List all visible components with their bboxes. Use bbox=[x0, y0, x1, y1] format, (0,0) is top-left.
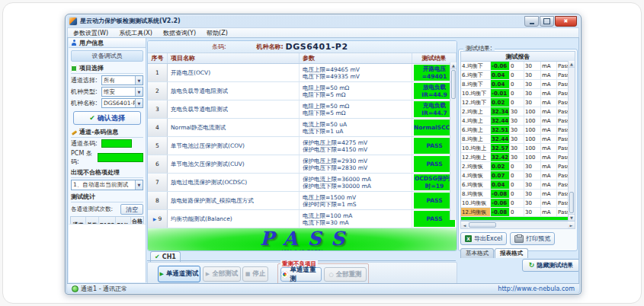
test-item-result: 开路电压=49401 bbox=[414, 65, 455, 81]
test-item-result: OCDSG保护延时=19 bbox=[414, 174, 455, 190]
export-excel-button[interactable]: X 导出Excel bbox=[460, 232, 507, 245]
user-info-header[interactable]: 用户信息 bbox=[69, 38, 146, 48]
report-row[interactable]: 6.均衡下0.04030mAPass bbox=[461, 71, 569, 80]
report-vscrollbar[interactable]: ▲ ▼ bbox=[568, 61, 575, 221]
maximize-button[interactable] bbox=[540, 16, 554, 27]
test-row[interactable]: 3充电负载导通电阻测试电阻上限=50 mΩ电阻下限=5 mΩ充电负载IR=44.… bbox=[148, 100, 457, 119]
scroll-down-icon[interactable]: ▼ bbox=[569, 214, 575, 221]
model-name-value: DGS6401-P2 bbox=[286, 42, 348, 52]
test-row[interactable]: 6单节电池欠压保护测试(CUV)保护电压上限=2930 mV保护电压下限=283… bbox=[148, 155, 457, 174]
report-min: 0 bbox=[510, 208, 524, 216]
report-max: 100 bbox=[524, 135, 541, 143]
report-result: Pass bbox=[557, 80, 569, 88]
param-line: 保护电压下限=2830 mV bbox=[303, 164, 412, 171]
report-item-name: 10.均衡下 bbox=[461, 89, 491, 97]
all-retest-button[interactable]: ○ 全部重测 bbox=[324, 267, 367, 282]
clear-button[interactable]: 清空 bbox=[120, 204, 143, 215]
test-row[interactable]: 4Normal静态电流测试电流上限=50 uA电流下限=1 uANormalSC… bbox=[148, 119, 457, 137]
scroll-up-icon[interactable]: ▲ bbox=[450, 62, 457, 69]
action-bar: ▶ 单通道测试 ▶ 全部测试 ■ 停止 重测不良项目 单通道重测 bbox=[147, 262, 457, 284]
param-line: 电流上限=50 uA bbox=[303, 121, 412, 128]
single-channel-retest-button[interactable]: 单通道重测 bbox=[280, 267, 322, 282]
report-row[interactable]: 4.均衡上32.4430100mAPass bbox=[461, 116, 569, 126]
report-measured-value: 0.04 bbox=[491, 80, 510, 88]
confirm-select-button[interactable]: ✔ 确认选择 bbox=[73, 111, 141, 125]
report-row[interactable]: 10.均衡上32.5730100mAPass bbox=[461, 144, 569, 153]
chevron-down-icon: ▼ bbox=[135, 99, 143, 107]
scroll-thumb[interactable] bbox=[451, 70, 456, 99]
report-unit: mA bbox=[541, 98, 557, 107]
all-test-button[interactable]: ▶ 全部测试 bbox=[203, 266, 241, 282]
pencil-icon bbox=[71, 129, 77, 135]
report-row[interactable]: 8.均衡下0.04030mAPass bbox=[461, 80, 569, 89]
channel-barcode-input[interactable] bbox=[101, 139, 132, 148]
report-unit: mA bbox=[541, 162, 557, 171]
report-row[interactable]: 6.均衡恢0.04030mAPass bbox=[461, 180, 569, 190]
report-measured-value: -0.08 bbox=[491, 208, 510, 216]
report-row[interactable]: 10.均衡下-0.01030mAPass bbox=[461, 89, 569, 98]
retest-group: 重测不良项目 单通道重测 ○ 全部重测 bbox=[277, 263, 369, 284]
report-row[interactable]: 10.均衡恢-0.06030mAPass bbox=[461, 199, 569, 208]
test-list-group: 项目列表--通道1 条码: 机种名称: DGS6401-P2 序号项目名称参数测… bbox=[147, 40, 457, 251]
report-row[interactable]: 8.均衡上32.4430100mAPass bbox=[461, 135, 569, 144]
window-controls: ✖ bbox=[524, 16, 577, 27]
report-hscrollbar[interactable]: ◄ ► bbox=[460, 222, 575, 229]
status-url[interactable]: http://www.e-nebula.com bbox=[498, 285, 575, 292]
hide-results-button[interactable]: ↻ 隐藏测试结果 bbox=[522, 259, 579, 272]
test-table-scrollbar[interactable]: ▲ bbox=[450, 62, 457, 220]
report-measured-value: 0.04 bbox=[491, 180, 510, 189]
tab-format-0[interactable]: 基本格式 bbox=[460, 248, 494, 258]
scroll-up-icon[interactable]: ▲ bbox=[569, 61, 575, 68]
field-select[interactable]: 所有▼ bbox=[101, 75, 143, 85]
hscroll-track[interactable] bbox=[468, 222, 568, 228]
report-row[interactable]: 4.均衡下-0.06030mAPass bbox=[461, 62, 569, 71]
report-row[interactable]: 2.均衡上32.3430100mAPass bbox=[461, 107, 569, 116]
test-row[interactable]: 5单节电池过压保护测试(COV)保护电压上限=4275 mV保护电压下限=415… bbox=[148, 137, 457, 155]
pass-banner-text: PASS bbox=[250, 230, 354, 248]
field-select[interactable]: 维安▼ bbox=[101, 87, 143, 97]
report-row[interactable]: 6.均衡上32.5130100mAPass bbox=[461, 126, 569, 135]
report-row[interactable]: 12.均衡上32.4230100mAPass bbox=[461, 153, 569, 162]
report-max: 100 bbox=[524, 116, 541, 125]
report-row[interactable]: 12.均衡恢-0.08030mAPass bbox=[461, 208, 569, 217]
report-item-name: 6.均衡恢 bbox=[461, 180, 491, 189]
report-unit: mA bbox=[541, 153, 557, 161]
single-channel-test-button[interactable]: ▶ 单通道测试 bbox=[158, 266, 200, 282]
scroll-thumb[interactable] bbox=[569, 192, 574, 213]
project-icon bbox=[71, 65, 77, 72]
pcm-barcode-label: PCM 条码: bbox=[71, 149, 96, 166]
report-row[interactable]: 12.均衡下0.02030mAPass bbox=[461, 98, 569, 107]
report-row[interactable]: 4.均衡恢0.07030mAPass bbox=[461, 171, 569, 180]
tab-format-1[interactable]: 报表格式 bbox=[495, 248, 528, 258]
channel-barcode-label: 通道条码: bbox=[71, 139, 100, 148]
report-row[interactable]: 2.均衡恢0.02030mAPass bbox=[461, 162, 569, 171]
report-result: Pass bbox=[557, 162, 569, 171]
scroll-thumb[interactable] bbox=[469, 222, 496, 228]
maximize-icon bbox=[543, 18, 550, 24]
report-result: Pass bbox=[557, 62, 569, 70]
test-row[interactable]: 2放电负载导通电阻测试电阻上限=50 mΩ电阻下限=5 mΩ放电负载IR=44.… bbox=[148, 82, 457, 100]
report-min: 0 bbox=[510, 89, 524, 97]
report-row[interactable]: 8.均衡恢-0.08030mAPass bbox=[461, 190, 569, 199]
test-row[interactable]: ▶9均衡功能测试(Balance)电流上限=100 mA电流下限=30 mAPA… bbox=[148, 210, 457, 228]
report-max: 30 bbox=[524, 199, 541, 207]
report-measured-value: 0.07 bbox=[491, 171, 510, 180]
report-measured-value: 32.51 bbox=[491, 126, 510, 134]
test-row-number: 7 bbox=[148, 174, 168, 191]
print-preview-button[interactable]: 打印预览 bbox=[510, 232, 555, 245]
test-row[interactable]: 1开路电压(OCV)电压上限=49465 mV电压下限=49335 mV开路电压… bbox=[148, 64, 457, 82]
test-row[interactable]: 8放电短路保护测试_模拟电压方式电压上限=1500 mV保护时间下限=1 mSP… bbox=[148, 192, 457, 210]
report-min: 0 bbox=[510, 190, 524, 198]
pcm-barcode-input[interactable] bbox=[98, 153, 143, 162]
close-button[interactable]: ✖ bbox=[555, 16, 577, 27]
report-item-name: 12.均衡恢 bbox=[461, 208, 491, 216]
stop-button[interactable]: ■ 停止 bbox=[242, 266, 268, 282]
scroll-right-icon[interactable]: ► bbox=[568, 222, 575, 228]
scroll-left-icon[interactable]: ◄ bbox=[461, 222, 468, 228]
test-row[interactable]: 7放电过电流保护测试(OCDSC)保护电流上限=36000 mA保护电流下限=3… bbox=[148, 174, 457, 192]
field-select[interactable]: DGS6401-P2▼ bbox=[101, 98, 143, 108]
fail-handle-select[interactable]: 1、自动退出当前测试 ▼ bbox=[71, 180, 143, 190]
minimize-button[interactable] bbox=[524, 16, 539, 27]
retest-icon bbox=[281, 271, 288, 278]
test-item-name: 放电短路保护测试_模拟电压方式 bbox=[168, 192, 300, 209]
